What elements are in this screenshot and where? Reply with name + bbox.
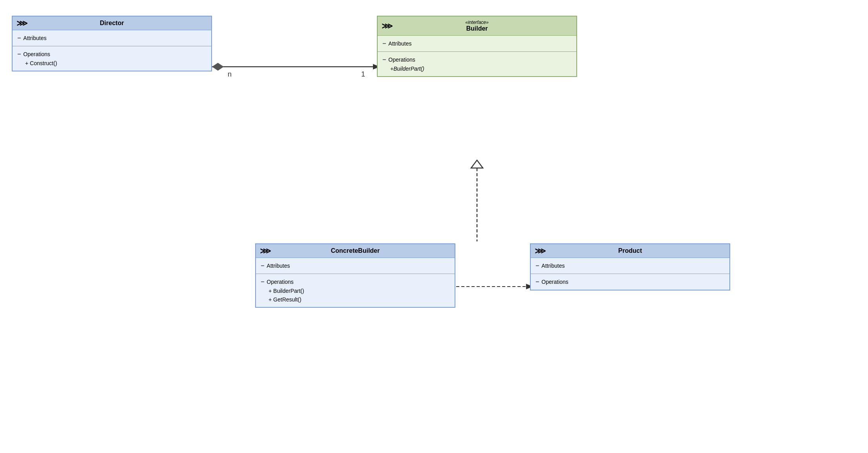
product-chevron: ⋙ bbox=[535, 246, 546, 256]
concrete-chevron: ⋙ bbox=[260, 246, 271, 256]
builder-operation1: +BuilderPart() bbox=[390, 66, 424, 72]
director-attributes-label: Attributes bbox=[23, 35, 46, 41]
director-header: ⋙ Director bbox=[13, 16, 211, 30]
concrete-builder-class-box: ⋙ ConcreteBuilder − Attributes − Operati… bbox=[255, 243, 455, 308]
concrete-attr-minus: − bbox=[261, 262, 264, 269]
concrete-header: ⋙ ConcreteBuilder bbox=[256, 244, 455, 258]
builder-title-wrapper: «interface» Builder bbox=[465, 20, 488, 32]
product-ops-minus: − bbox=[535, 278, 539, 285]
builder-ops-minus: − bbox=[382, 56, 386, 63]
builder-header: ⋙ «interface» Builder bbox=[378, 16, 576, 35]
product-header: ⋙ Product bbox=[531, 244, 729, 258]
concrete-operations-section: − Operations + BuilderPart() + GetResult… bbox=[256, 274, 455, 307]
builder-chevron: ⋙ bbox=[382, 21, 393, 31]
concrete-title: ConcreteBuilder bbox=[331, 247, 380, 254]
one-label: 1 bbox=[361, 70, 365, 78]
builder-stereotype: «interface» bbox=[465, 20, 488, 25]
product-class-box: ⋙ Product − Attributes − Operations bbox=[530, 243, 730, 290]
director-class-box: ⋙ Director − Attributes − Operations + C… bbox=[12, 16, 212, 71]
builder-title: Builder bbox=[466, 25, 488, 32]
director-operations-label: Operations bbox=[23, 51, 50, 57]
diamond-director bbox=[212, 63, 224, 71]
n-label: n bbox=[228, 70, 232, 78]
concrete-operation2: + GetResult() bbox=[269, 296, 302, 303]
concrete-operation1: + BuilderPart() bbox=[269, 288, 304, 294]
builder-operations-label: Operations bbox=[388, 57, 415, 63]
product-operations-label: Operations bbox=[541, 279, 568, 285]
builder-attributes-section: − Attributes bbox=[378, 35, 576, 51]
product-operations-section: − Operations bbox=[531, 274, 729, 290]
product-attributes-section: − Attributes bbox=[531, 258, 729, 274]
product-attr-minus: − bbox=[535, 262, 539, 269]
concrete-ops-minus: − bbox=[261, 278, 264, 285]
product-attributes-label: Attributes bbox=[541, 263, 565, 269]
director-ops-minus: − bbox=[17, 51, 21, 58]
director-attr-minus: − bbox=[17, 35, 21, 42]
inheritance-triangle bbox=[471, 160, 483, 168]
director-chevron: ⋙ bbox=[16, 18, 27, 28]
builder-attributes-label: Attributes bbox=[388, 40, 411, 47]
concrete-operations-label: Operations bbox=[267, 279, 293, 285]
builder-attr-minus: − bbox=[382, 40, 386, 47]
director-operations-section: − Operations + Construct() bbox=[13, 46, 211, 71]
concrete-attributes-section: − Attributes bbox=[256, 258, 455, 274]
builder-class-box: ⋙ «interface» Builder − Attributes − Ope… bbox=[377, 16, 577, 77]
builder-operations-section: − Operations +BuilderPart() bbox=[378, 51, 576, 76]
director-operation1: + Construct() bbox=[25, 60, 57, 66]
director-attributes-section: − Attributes bbox=[13, 30, 211, 46]
product-title: Product bbox=[618, 247, 642, 254]
director-title: Director bbox=[100, 20, 124, 27]
concrete-attributes-label: Attributes bbox=[267, 263, 290, 269]
